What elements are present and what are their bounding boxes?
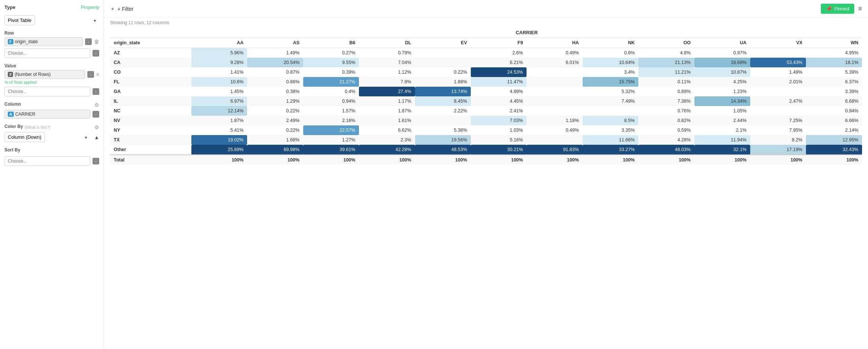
cell-value: 0.79%	[359, 48, 415, 58]
value-drag-button[interactable]: ≡	[96, 71, 99, 77]
cell-value: 6.62%	[359, 125, 415, 135]
cell-value	[527, 87, 582, 96]
table-container[interactable]: CARRIER origin_state AA AS B6 DL EV F9 H…	[104, 28, 868, 349]
filter-button[interactable]: ＋ + Filter	[110, 6, 133, 12]
value-remove-button[interactable]: -	[87, 71, 94, 78]
cell-value: 100%	[638, 155, 694, 165]
value-choose-remove[interactable]: -	[93, 88, 99, 95]
column-gear-button[interactable]: ⚙	[94, 102, 99, 108]
cell-state: IL	[110, 96, 191, 106]
cell-value: 0.97%	[694, 48, 750, 58]
pinned-button[interactable]: 📌 Pinned	[821, 4, 854, 14]
column-section: Column ⚙ A CARRIER -	[4, 102, 99, 119]
property-link[interactable]: Property	[81, 4, 99, 10]
table-row: FL10.6%0.86%21.27%7.8%1.88%11.47%15.75%0…	[110, 77, 862, 87]
cell-value: 6.68%	[806, 96, 862, 106]
color-by-select[interactable]: Column (Down)	[4, 132, 45, 142]
cell-value: 21.13%	[638, 58, 694, 67]
row-choose-remove[interactable]: -	[93, 50, 99, 57]
cell-state: TX	[110, 135, 191, 145]
filter-label: + Filter	[117, 6, 133, 12]
cell-value: 2.1%	[694, 125, 750, 135]
cell-value: 1.03%	[471, 125, 527, 135]
cell-value: 7.8%	[359, 77, 415, 87]
cell-value: 1.12%	[359, 67, 415, 77]
cell-value: 100%	[806, 155, 862, 165]
cell-value: 17.19%	[750, 145, 806, 155]
cell-value: 7.49%	[583, 96, 638, 106]
cell-value: 8.45%	[415, 96, 471, 106]
cell-state: Total	[110, 155, 191, 165]
col-header-as: AS	[247, 38, 303, 48]
col-header-ha: HA	[527, 38, 582, 48]
column-remove-button[interactable]: -	[93, 111, 99, 118]
cell-value: 8.5%	[583, 116, 638, 125]
row-remove-button[interactable]: -	[85, 38, 92, 45]
cell-state: GA	[110, 87, 191, 96]
cell-value: 10.64%	[583, 58, 638, 67]
col-header-dl: DL	[359, 38, 415, 48]
row-field-icon: F	[8, 39, 13, 44]
cell-value: 0.38%	[247, 87, 303, 96]
cell-value: 7.38%	[638, 96, 694, 106]
cell-value: 9.55%	[303, 58, 359, 67]
table-body: AZ5.96%1.49%0.27%0.79%2.6%0.49%0.6%4.8%0…	[110, 48, 862, 165]
column-field-name: CARRIER	[15, 112, 35, 117]
cell-value: 7.04%	[359, 58, 415, 67]
color-by-gear-button[interactable]: ⚙	[94, 124, 99, 130]
cell-value: 11.94%	[694, 135, 750, 145]
cell-value: 1.49%	[247, 48, 303, 58]
cell-value: 2.47%	[750, 96, 806, 106]
cell-value: 1.61%	[359, 116, 415, 125]
type-property-row: Type Property	[4, 4, 99, 10]
table-row: Total100%100%100%100%100%100%100%100%100…	[110, 155, 862, 165]
cell-value: 4.95%	[806, 48, 862, 58]
cell-value: 10.6%	[191, 77, 247, 87]
cell-state: NV	[110, 116, 191, 125]
cell-value: 4.25%	[694, 77, 750, 87]
cell-value: 100%	[694, 155, 750, 165]
cell-value: 4.8%	[638, 48, 694, 58]
cell-value: 33.27%	[583, 145, 638, 155]
pivot-table-select-wrapper: Pivot Table	[4, 15, 99, 25]
cell-value: 100%	[583, 155, 638, 165]
sort-by-input[interactable]	[4, 156, 90, 166]
value-choose-input[interactable]	[4, 87, 90, 96]
cell-value: 15.75%	[583, 77, 638, 87]
cell-value: 100%	[191, 155, 247, 165]
cell-value: 0.4%	[303, 87, 359, 96]
pivot-table-select[interactable]: Pivot Table	[4, 15, 35, 25]
row-choose-row: -	[4, 48, 99, 58]
cell-value: 32.1%	[694, 145, 750, 155]
cell-value: 4.89%	[471, 87, 527, 96]
cell-value: 5.96%	[191, 48, 247, 58]
cell-value: 5.39%	[806, 67, 862, 77]
column-field-pill: A CARRIER	[4, 110, 90, 119]
cell-value: 4.45%	[471, 96, 527, 106]
cell-value: 100%	[527, 155, 582, 165]
type-label: Type	[4, 4, 15, 10]
cell-value: 5.32%	[583, 87, 638, 96]
cell-state: CO	[110, 67, 191, 77]
cell-value: 10.87%	[694, 67, 750, 77]
row-choose-input[interactable]	[4, 48, 90, 58]
cell-value: 30.21%	[471, 145, 527, 155]
cell-value: 1.68%	[247, 135, 303, 145]
col-header-ua: UA	[694, 38, 750, 48]
cell-state: NY	[110, 125, 191, 135]
row-field-row: F origin_state - 🗑	[4, 37, 99, 46]
cell-value: 0.22%	[247, 125, 303, 135]
pivot-table: CARRIER origin_state AA AS B6 DL EV F9 H…	[110, 28, 862, 165]
sort-by-remove[interactable]: -	[93, 158, 99, 164]
cell-value: 8.2%	[750, 135, 806, 145]
value-field-icon: #	[8, 72, 13, 77]
cell-value	[750, 87, 806, 96]
col-header-origin-state: origin_state	[110, 38, 191, 48]
color-by-select-wrapper: Column (Down)	[4, 132, 90, 142]
menu-button[interactable]: ≡	[858, 5, 862, 13]
row-trash-button[interactable]: 🗑	[94, 39, 99, 45]
cell-value: 1.41%	[191, 67, 247, 77]
pct-applied-label: % of Total applied	[4, 80, 99, 84]
table-row: NY5.41%0.22%22.57%6.62%5.38%1.03%0.49%3.…	[110, 125, 862, 135]
color-by-what[interactable]: (What is this?)	[25, 125, 51, 129]
